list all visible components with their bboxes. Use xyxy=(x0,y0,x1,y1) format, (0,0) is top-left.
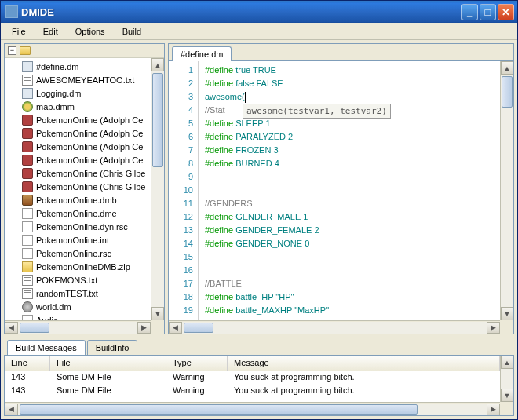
tab-build-info[interactable]: BuildInfo xyxy=(87,340,138,355)
rsc-icon xyxy=(22,315,33,321)
editor-tab-active[interactable]: #define.dm xyxy=(172,46,232,61)
txt-icon xyxy=(22,275,33,286)
pko-icon xyxy=(22,155,33,166)
dmb-icon xyxy=(22,195,33,206)
tree-item[interactable]: PokemonOnline.rsc xyxy=(5,247,151,260)
tree-item-label: PokemonOnline.dyn.rsc xyxy=(36,222,128,232)
scroll-down-icon[interactable]: ▼ xyxy=(151,307,164,320)
tree-hscroll[interactable]: ◀ ▶ xyxy=(5,320,151,334)
tree-item[interactable]: PokemonOnlineDMB.zip xyxy=(5,260,151,273)
editor-hscroll[interactable]: ◀ ▶ xyxy=(169,320,500,334)
rsc-icon xyxy=(22,235,33,246)
scroll-down-icon[interactable]: ▼ xyxy=(501,307,513,320)
rsc-icon xyxy=(22,221,33,232)
scroll-right-icon[interactable]: ▶ xyxy=(487,322,500,334)
tree-item[interactable]: PokemonOnline.dyn.rsc xyxy=(5,220,151,233)
tree-item[interactable]: map.dmm xyxy=(5,100,151,113)
app-window: DMIDE _ □ ✕ File Edit Options Build − #d… xyxy=(0,0,518,420)
tree-item[interactable]: Logging.dm xyxy=(5,86,151,100)
scroll-left-icon[interactable]: ◀ xyxy=(5,322,18,334)
tree-vscroll[interactable]: ▲ ▼ xyxy=(151,58,164,320)
scroll-left-icon[interactable]: ◀ xyxy=(169,322,182,334)
scroll-right-icon[interactable]: ▶ xyxy=(487,404,500,415)
tree-item[interactable]: PokemonOnline (Adolph Ce xyxy=(5,153,151,166)
build-messages-panel: Build Messages BuildInfo Line File Type … xyxy=(4,338,514,416)
gear-icon xyxy=(22,301,33,312)
tree-item-label: world.dm xyxy=(36,302,71,312)
code-editor[interactable]: 1234567891011121314151617181920 #define … xyxy=(169,61,500,320)
text-caret xyxy=(245,92,246,103)
tree-item[interactable]: PokemonOnline (Adolph Ce xyxy=(5,113,151,126)
titlebar[interactable]: DMIDE _ □ ✕ xyxy=(1,1,517,23)
txt-icon xyxy=(22,288,33,299)
message-row[interactable]: 143Some DM FileWarningYou suck at progra… xyxy=(5,371,500,385)
tree-item[interactable]: AWESOMEYEAHTOO.txt xyxy=(5,73,151,86)
messages-hscroll-thumb[interactable] xyxy=(20,404,418,415)
tree-body[interactable]: #define.dmAWESOMEYEAHTOO.txtLogging.dmma… xyxy=(5,58,151,320)
tree-item-label: PokemonOnline.dmb xyxy=(36,195,117,205)
scroll-up-icon[interactable]: ▲ xyxy=(501,61,513,75)
scroll-up-icon[interactable]: ▲ xyxy=(151,58,164,71)
messages-vscroll[interactable]: ▲ ▼ xyxy=(500,356,513,402)
tree-item-label: PokemonOnline (Chris Gilbe xyxy=(36,182,145,192)
code-area[interactable]: #define true TRUE#define false FALSEawes… xyxy=(199,61,500,320)
tree-hscroll-thumb[interactable] xyxy=(20,323,49,333)
tree-item[interactable]: PokemonOnline.int xyxy=(5,233,151,247)
tree-vscroll-thumb[interactable] xyxy=(152,73,163,167)
cell-type: Warning xyxy=(166,385,228,398)
cell-file: Some DM File xyxy=(50,385,166,398)
build-tabstrip: Build Messages BuildInfo xyxy=(4,338,514,355)
scroll-up-icon[interactable]: ▲ xyxy=(501,356,513,369)
tree-item[interactable]: PokemonOnline.dmb xyxy=(5,193,151,206)
tree-item[interactable]: world.dm xyxy=(5,300,151,313)
tree-item[interactable]: POKEMONS.txt xyxy=(5,273,151,287)
menu-options[interactable]: Options xyxy=(67,25,113,38)
window-title: DMIDE xyxy=(21,6,461,18)
tree-item[interactable]: randomTEST.txt xyxy=(5,287,151,300)
cell-file: Some DM File xyxy=(50,371,166,385)
tree-item[interactable]: #define.dm xyxy=(5,60,151,73)
col-file[interactable]: File xyxy=(50,356,166,371)
editor-panel: #define.dm 12345678910111213141516171819… xyxy=(168,43,514,334)
menu-edit[interactable]: Edit xyxy=(35,25,66,38)
map-icon xyxy=(22,101,33,112)
line-gutter: 1234567891011121314151617181920 xyxy=(169,61,199,320)
app-icon xyxy=(5,5,18,18)
tree-item-label: Logging.dm xyxy=(36,89,82,98)
maximize-button[interactable]: □ xyxy=(480,4,496,20)
col-type[interactable]: Type xyxy=(166,356,228,371)
editor-hscroll-thumb[interactable] xyxy=(184,323,213,333)
menubar: File Edit Options Build xyxy=(1,23,517,40)
cell-message: You suck at programming bitch. xyxy=(228,385,500,398)
tree-item[interactable]: PokemonOnline (Chris Gilbe xyxy=(5,180,151,193)
folder-icon xyxy=(20,46,31,55)
col-line[interactable]: Line xyxy=(5,356,50,371)
menu-file[interactable]: File xyxy=(4,25,34,38)
editor-vscroll-thumb[interactable] xyxy=(502,76,513,108)
menu-build[interactable]: Build xyxy=(115,25,149,38)
tab-build-messages[interactable]: Build Messages xyxy=(7,340,86,355)
tree-item[interactable]: PokemonOnline (Chris Gilbe xyxy=(5,166,151,180)
scroll-right-icon[interactable]: ▶ xyxy=(137,322,151,334)
rsc-icon xyxy=(22,248,33,259)
file-tree-panel: − #define.dmAWESOMEYEAHTOO.txtLogging.dm… xyxy=(4,43,165,334)
scroll-left-icon[interactable]: ◀ xyxy=(5,404,18,415)
tree-item-label: PokemonOnline (Adolph Ce xyxy=(36,115,143,125)
tree-item[interactable]: PokemonOnline.dme xyxy=(5,206,151,220)
tree-item[interactable]: PokemonOnline (Adolph Ce xyxy=(5,126,151,140)
close-button[interactable]: ✕ xyxy=(498,4,514,20)
cell-line: 143 xyxy=(5,371,50,385)
pko-icon xyxy=(22,128,33,139)
editor-vscroll[interactable]: ▲ ▼ xyxy=(500,61,513,320)
messages-hscroll[interactable]: ◀ ▶ xyxy=(5,402,500,415)
tree-header: − xyxy=(5,44,164,58)
tree-item[interactable]: Audio xyxy=(5,313,151,320)
collapse-all-button[interactable]: − xyxy=(8,46,16,55)
minimize-button[interactable]: _ xyxy=(461,4,478,20)
cell-line: 143 xyxy=(5,385,50,398)
tree-item[interactable]: PokemonOnline (Adolph Ce xyxy=(5,140,151,153)
tree-item-label: randomTEST.txt xyxy=(36,289,98,298)
scroll-down-icon[interactable]: ▼ xyxy=(501,389,513,402)
message-row[interactable]: 143Some DM FileWarningYou suck at progra… xyxy=(5,385,500,398)
col-message[interactable]: Message xyxy=(228,356,500,371)
